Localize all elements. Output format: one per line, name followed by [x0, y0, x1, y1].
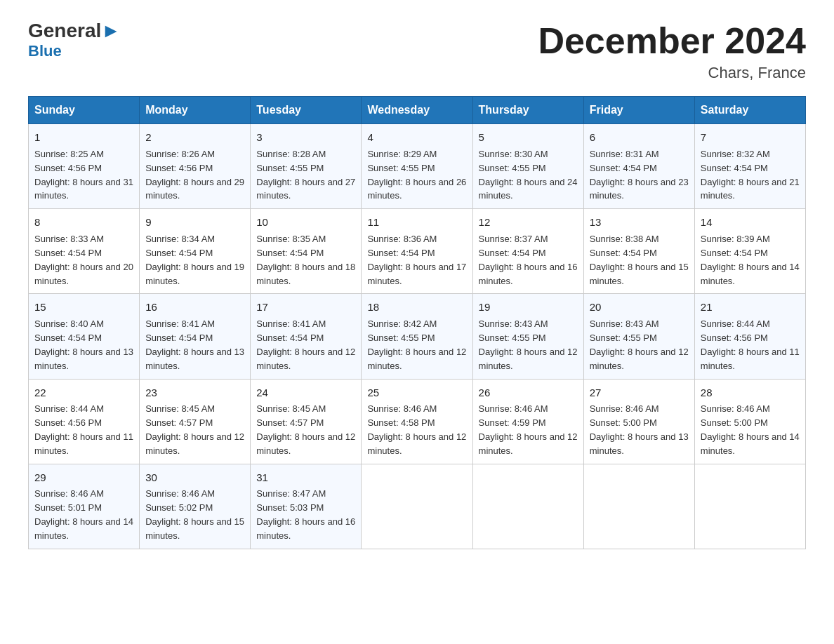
calendar-cell: 5Sunrise: 8:30 AMSunset: 4:55 PMDaylight…: [472, 124, 583, 209]
day-daylight: Daylight: 8 hours and 14 minutes.: [34, 516, 133, 541]
day-sunrise: Sunrise: 8:40 AM: [34, 318, 104, 329]
day-sunrise: Sunrise: 8:43 AM: [479, 318, 548, 329]
calendar-cell: 19Sunrise: 8:43 AMSunset: 4:55 PMDayligh…: [472, 294, 583, 379]
day-number: 15: [34, 300, 133, 315]
calendar-cell: 13Sunrise: 8:38 AMSunset: 4:54 PMDayligh…: [583, 209, 694, 294]
day-sunrise: Sunrise: 8:41 AM: [256, 318, 326, 329]
weekday-header-sunday: Sunday: [29, 97, 140, 124]
calendar-cell: 17Sunrise: 8:41 AMSunset: 4:54 PMDayligh…: [251, 294, 362, 379]
day-sunrise: Sunrise: 8:46 AM: [34, 488, 104, 499]
day-sunset: Sunset: 4:54 PM: [701, 248, 768, 258]
day-daylight: Daylight: 8 hours and 12 minutes.: [367, 431, 466, 456]
calendar-cell: 16Sunrise: 8:41 AMSunset: 4:54 PMDayligh…: [140, 294, 251, 379]
calendar-cell: 27Sunrise: 8:46 AMSunset: 5:00 PMDayligh…: [583, 379, 694, 464]
day-number: 23: [145, 385, 244, 401]
weekday-header-monday: Monday: [140, 97, 251, 124]
day-sunrise: Sunrise: 8:28 AM: [256, 149, 326, 159]
day-number: 17: [256, 300, 355, 315]
day-sunset: Sunset: 4:54 PM: [145, 248, 213, 258]
calendar-cell: [472, 464, 583, 549]
day-daylight: Daylight: 8 hours and 27 minutes.: [256, 177, 355, 201]
day-daylight: Daylight: 8 hours and 18 minutes.: [256, 262, 355, 286]
calendar-cell: 30Sunrise: 8:46 AMSunset: 5:02 PMDayligh…: [140, 464, 251, 549]
day-number: 18: [367, 300, 466, 315]
day-sunrise: Sunrise: 8:42 AM: [367, 318, 437, 329]
week-row-4: 22Sunrise: 8:44 AMSunset: 4:56 PMDayligh…: [29, 379, 806, 464]
day-daylight: Daylight: 8 hours and 11 minutes.: [701, 347, 800, 371]
day-sunrise: Sunrise: 8:34 AM: [145, 234, 215, 244]
day-daylight: Daylight: 8 hours and 20 minutes.: [34, 262, 133, 286]
day-sunrise: Sunrise: 8:46 AM: [701, 403, 770, 414]
day-sunset: Sunset: 4:55 PM: [590, 333, 657, 343]
week-row-3: 15Sunrise: 8:40 AMSunset: 4:54 PMDayligh…: [29, 294, 806, 379]
weekday-header-row: SundayMondayTuesdayWednesdayThursdayFrid…: [29, 97, 806, 124]
day-number: 9: [145, 215, 244, 230]
day-number: 13: [590, 215, 689, 230]
calendar-cell: 11Sunrise: 8:36 AMSunset: 4:54 PMDayligh…: [362, 209, 472, 294]
calendar-cell: [362, 464, 472, 549]
day-daylight: Daylight: 8 hours and 19 minutes.: [145, 262, 244, 286]
calendar-cell: 29Sunrise: 8:46 AMSunset: 5:01 PMDayligh…: [29, 464, 140, 549]
day-sunrise: Sunrise: 8:46 AM: [145, 488, 215, 499]
day-number: 26: [479, 385, 578, 401]
day-sunset: Sunset: 4:55 PM: [367, 333, 435, 343]
day-sunrise: Sunrise: 8:43 AM: [590, 318, 659, 329]
calendar-cell: 9Sunrise: 8:34 AMSunset: 4:54 PMDaylight…: [140, 209, 251, 294]
calendar-cell: 3Sunrise: 8:28 AMSunset: 4:55 PMDaylight…: [251, 124, 362, 209]
day-daylight: Daylight: 8 hours and 24 minutes.: [479, 177, 578, 201]
day-number: 16: [145, 300, 244, 315]
calendar-cell: 26Sunrise: 8:46 AMSunset: 4:59 PMDayligh…: [472, 379, 583, 464]
calendar-cell: 4Sunrise: 8:29 AMSunset: 4:55 PMDaylight…: [362, 124, 472, 209]
day-number: 14: [701, 215, 800, 230]
day-sunset: Sunset: 4:54 PM: [256, 248, 324, 258]
day-number: 6: [590, 130, 689, 145]
calendar-cell: 23Sunrise: 8:45 AMSunset: 4:57 PMDayligh…: [140, 379, 251, 464]
title-block: December 2024 Chars, France: [538, 21, 806, 82]
day-daylight: Daylight: 8 hours and 13 minutes.: [34, 347, 133, 371]
day-sunset: Sunset: 4:55 PM: [479, 333, 546, 343]
day-number: 12: [479, 215, 578, 230]
day-sunset: Sunset: 4:56 PM: [34, 417, 102, 428]
day-number: 8: [34, 215, 133, 230]
day-sunset: Sunset: 4:54 PM: [256, 333, 324, 343]
day-sunrise: Sunrise: 8:32 AM: [701, 149, 770, 159]
day-daylight: Daylight: 8 hours and 12 minutes.: [479, 431, 578, 456]
day-daylight: Daylight: 8 hours and 14 minutes.: [701, 262, 800, 286]
day-sunset: Sunset: 4:54 PM: [590, 163, 657, 173]
day-number: 11: [367, 215, 466, 230]
day-daylight: Daylight: 8 hours and 26 minutes.: [367, 177, 466, 201]
day-number: 3: [256, 130, 355, 145]
day-sunset: Sunset: 4:54 PM: [34, 333, 102, 343]
day-sunrise: Sunrise: 8:31 AM: [590, 149, 659, 159]
day-daylight: Daylight: 8 hours and 14 minutes.: [701, 431, 800, 456]
day-sunrise: Sunrise: 8:37 AM: [479, 234, 548, 244]
calendar-cell: 25Sunrise: 8:46 AMSunset: 4:58 PMDayligh…: [362, 379, 472, 464]
day-sunset: Sunset: 4:54 PM: [145, 333, 213, 343]
day-sunset: Sunset: 4:55 PM: [367, 163, 435, 173]
day-sunset: Sunset: 4:59 PM: [479, 417, 546, 428]
day-sunrise: Sunrise: 8:46 AM: [590, 403, 659, 414]
day-daylight: Daylight: 8 hours and 13 minutes.: [145, 347, 244, 371]
month-title: December 2024: [538, 21, 806, 61]
day-daylight: Daylight: 8 hours and 15 minutes.: [590, 262, 689, 286]
calendar-cell: 7Sunrise: 8:32 AMSunset: 4:54 PMDaylight…: [694, 124, 805, 209]
day-sunset: Sunset: 4:54 PM: [479, 248, 546, 258]
weekday-header-wednesday: Wednesday: [362, 97, 472, 124]
day-number: 5: [479, 130, 578, 145]
day-sunset: Sunset: 4:58 PM: [367, 417, 435, 428]
day-daylight: Daylight: 8 hours and 11 minutes.: [34, 431, 133, 456]
day-number: 20: [590, 300, 689, 315]
day-sunrise: Sunrise: 8:26 AM: [145, 149, 215, 159]
day-sunrise: Sunrise: 8:46 AM: [479, 403, 548, 414]
weekday-header-thursday: Thursday: [472, 97, 583, 124]
day-sunrise: Sunrise: 8:33 AM: [34, 234, 104, 244]
calendar-cell: 18Sunrise: 8:42 AMSunset: 4:55 PMDayligh…: [362, 294, 472, 379]
calendar-cell: 24Sunrise: 8:45 AMSunset: 4:57 PMDayligh…: [251, 379, 362, 464]
day-sunset: Sunset: 4:54 PM: [34, 248, 102, 258]
day-sunset: Sunset: 4:54 PM: [367, 248, 435, 258]
page-header: General► Blue December 2024 Chars, Franc…: [28, 21, 806, 82]
day-daylight: Daylight: 8 hours and 15 minutes.: [145, 516, 244, 541]
day-sunset: Sunset: 5:00 PM: [701, 417, 768, 428]
day-daylight: Daylight: 8 hours and 12 minutes.: [367, 347, 466, 371]
location: Chars, France: [538, 64, 806, 82]
